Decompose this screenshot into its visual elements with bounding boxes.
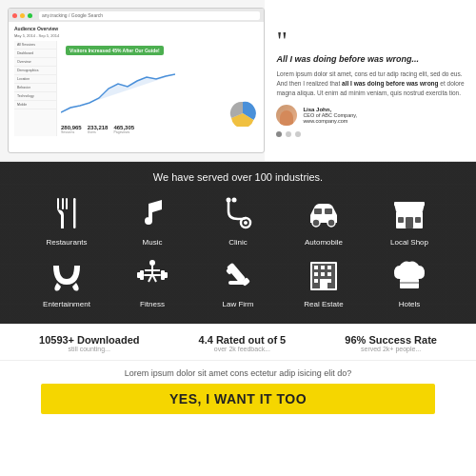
downloaded-label: still counting... xyxy=(39,346,139,352)
fork-knife-icon xyxy=(46,192,88,234)
clinic-label: Clinic xyxy=(228,238,248,247)
browser-bar: any.tracking / Google Search xyxy=(9,9,264,22)
industry-clinic[interactable]: Clinic xyxy=(195,192,281,247)
svg-point-10 xyxy=(327,219,335,227)
svg-rect-2 xyxy=(62,198,64,209)
svg-rect-41 xyxy=(327,279,331,283)
industry-music[interactable]: Music xyxy=(109,192,195,247)
testimonial-panel: " All I was doing before was wrong... Lo… xyxy=(265,0,476,161)
svg-rect-39 xyxy=(327,272,331,276)
downloaded-number: 10593+ Downloaded xyxy=(39,334,139,346)
car-icon xyxy=(303,192,345,234)
line-chart xyxy=(61,69,175,117)
analytics-content: Audience Overview May 5, 2014 - Sep 5, 2… xyxy=(9,22,264,152)
success-label: served 2k+ people... xyxy=(345,346,437,352)
dot-2[interactable] xyxy=(286,131,291,137)
svg-rect-43 xyxy=(400,279,419,288)
sidebar-technology[interactable]: Technology xyxy=(14,92,56,101)
author-web: www.company.com xyxy=(303,118,357,124)
stat-rated: 4.4 Rated out of 5 over 2k feedback... xyxy=(199,334,287,352)
svg-rect-4 xyxy=(73,198,76,228)
music-note-icon xyxy=(131,192,173,234)
industry-law-firm[interactable]: Law Firm xyxy=(195,254,281,308)
industry-real-estate[interactable]: Real Estate xyxy=(281,254,367,308)
testimonial-title: All I was doing before was wrong... xyxy=(276,54,465,66)
quote-mark: " xyxy=(276,28,465,54)
industries-grid: Restaurants Music Clinic xyxy=(0,192,476,316)
pie-chart xyxy=(229,100,256,127)
analytics-stats-row: 280,965 Sessions 233,218 Users 465,305 P… xyxy=(61,125,134,134)
gavel-icon xyxy=(217,254,259,296)
minimize-dot xyxy=(20,13,25,18)
cta-button[interactable]: YES, I WANT IT TOO xyxy=(41,384,435,414)
sidebar-all-sessions[interactable]: All Sessions xyxy=(14,41,56,50)
stethoscope-icon xyxy=(217,192,259,234)
svg-rect-35 xyxy=(321,266,325,269)
stat-success: 96% Success Rate served 2k+ people... xyxy=(345,334,437,352)
svg-rect-42 xyxy=(320,279,327,290)
entertainment-label: Entertainment xyxy=(43,300,90,308)
svg-point-23 xyxy=(149,260,155,266)
svg-rect-12 xyxy=(325,208,332,214)
svg-point-8 xyxy=(232,198,237,203)
industry-local-shop[interactable]: Local Shop xyxy=(367,192,452,247)
industry-restaurants[interactable]: Restaurants xyxy=(24,192,109,247)
svg-point-6 xyxy=(244,221,248,225)
analytics-chart-area: Visitors Increased 45% After Our Guide! … xyxy=(61,41,258,136)
avatar-face xyxy=(280,110,293,126)
industries-title: We have served over 100 industries. xyxy=(0,171,476,183)
sidebar-demographics[interactable]: Demographics xyxy=(14,67,56,75)
rated-number: 4.4 Rated out of 5 xyxy=(199,334,287,346)
svg-rect-37 xyxy=(314,272,318,276)
svg-rect-1 xyxy=(57,198,59,209)
pageviews-stat: 465,305 Pageviews xyxy=(113,125,134,134)
stat-downloaded: 10593+ Downloaded still counting... xyxy=(39,334,139,352)
rated-label: over 2k feedback... xyxy=(199,346,287,352)
svg-rect-21 xyxy=(161,270,165,280)
svg-rect-34 xyxy=(314,266,318,269)
svg-rect-20 xyxy=(140,270,144,280)
theater-icon xyxy=(46,254,88,296)
building-icon xyxy=(303,254,345,296)
local-shop-label: Local Shop xyxy=(390,238,428,247)
svg-point-7 xyxy=(227,198,231,203)
sidebar-mobile[interactable]: Mobile xyxy=(14,101,56,109)
analytics-main: All Sessions Dashboard Overview Demograp… xyxy=(14,41,258,136)
dot-3[interactable] xyxy=(295,131,301,137)
testimonial-text: Lorem ipsum dolor sit amet, cons ed tur … xyxy=(276,69,465,97)
real-estate-label: Real Estate xyxy=(304,300,343,308)
visitors-badge: Visitors Increased 45% After Our Guide! xyxy=(66,46,164,55)
sidebar-dashboard[interactable]: Dashboard xyxy=(14,50,56,58)
testimonial-author: Lisa John, CEO of ABC Company, www.compa… xyxy=(276,105,465,126)
restaurants-label: Restaurants xyxy=(46,238,87,247)
analytics-date-range: May 5, 2014 - Sep 5, 2014 xyxy=(14,33,258,38)
automobile-label: Automobile xyxy=(305,238,343,247)
dumbbell-icon xyxy=(131,254,173,296)
top-section: any.tracking / Google Search Audience Ov… xyxy=(0,0,476,162)
industry-fitness[interactable]: Fitness xyxy=(109,254,195,308)
dot-1[interactable] xyxy=(276,131,282,137)
testimonial-dots xyxy=(276,131,465,137)
music-label: Music xyxy=(143,238,163,247)
industries-section: We have served over 100 industries. Rest… xyxy=(0,162,476,324)
svg-rect-11 xyxy=(314,208,322,214)
close-dot xyxy=(12,13,17,18)
industry-automobile[interactable]: Automobile xyxy=(281,192,367,247)
author-info: Lisa John, CEO of ABC Company, www.compa… xyxy=(303,107,357,124)
cta-text: Lorem ipsum dolor sit amet cons ectetur … xyxy=(19,368,457,378)
sidebar-location[interactable]: Location xyxy=(14,75,56,84)
industry-entertainment[interactable]: Entertainment xyxy=(24,254,109,308)
svg-rect-36 xyxy=(327,266,331,269)
industry-hotels[interactable]: Hotels xyxy=(367,254,452,308)
fitness-label: Fitness xyxy=(140,300,165,308)
author-avatar xyxy=(276,105,297,126)
sidebar-behavior[interactable]: Behavior xyxy=(14,84,56,92)
address-bar: any.tracking / Google Search xyxy=(39,11,260,20)
analytics-header: Audience Overview xyxy=(14,26,258,31)
svg-rect-38 xyxy=(321,272,325,276)
svg-rect-40 xyxy=(314,279,318,283)
law-firm-label: Law Firm xyxy=(223,300,254,308)
store-icon xyxy=(388,192,430,234)
analytics-left-sidebar: All Sessions Dashboard Overview Demograp… xyxy=(14,41,57,136)
sidebar-overview[interactable]: Overview xyxy=(14,58,56,67)
